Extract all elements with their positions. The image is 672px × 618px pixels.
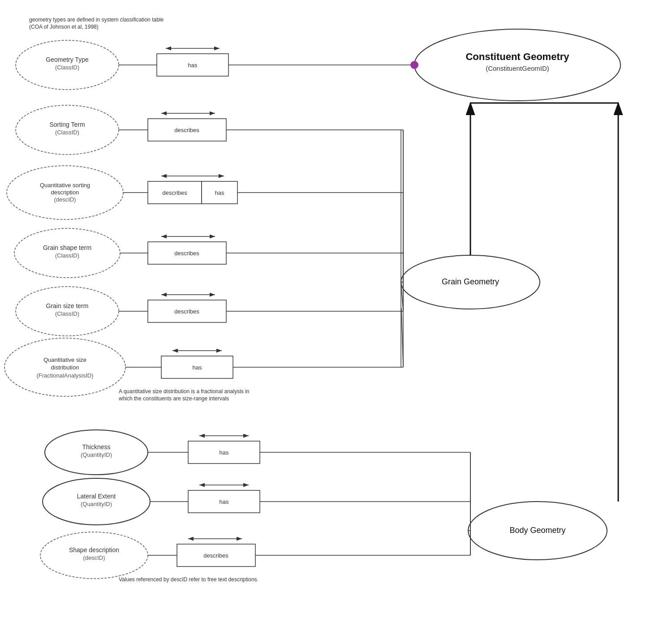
shape-note: Values referenced by descID refer to fre… [119,576,258,583]
quant-size-sublabel: (FractionalAnalysisID) [36,372,93,379]
top-note-line2: (COA of Johnson et al, 1998) [29,24,99,30]
qsd-note-1: A quantitative size distribution is a fr… [119,388,250,395]
body-geometry-label: Body Geometry [509,526,565,535]
sorting-term-sublabel: (ClassID) [55,129,79,136]
quant-size-label2: distribution [51,364,79,371]
describes-label-2: describes [162,189,187,196]
has-label-5: has [220,498,229,505]
shape-desc-sublabel: (descID) [83,554,105,561]
purple-dot [410,61,418,69]
shape-desc-label: Shape description [69,546,119,554]
qsd-note-2: which the constituents are size-range in… [118,395,229,402]
grain-shape-label: Grain shape term [43,244,91,251]
lateral-extent-label: Lateral Extent [77,493,116,500]
quant-size-label1: Quantitative size [43,356,86,363]
thickness-label: Thickness [82,443,110,451]
sorting-term-label: Sorting Term [49,121,85,128]
describes-label-4: describes [174,308,199,315]
quant-sorting-label: Quantitative sorting [40,182,90,189]
describes-label-1: describes [174,127,199,133]
grain-geometry-label: Grain Geometry [442,277,499,286]
quant-sorting-label2: description [51,189,79,196]
quant-sorting-sublabel: (descID) [54,196,76,203]
grain-shape-sublabel: (ClassID) [55,252,79,259]
has-label-1: has [188,62,198,69]
has-label-2: has [215,189,224,196]
grain-size-label: Grain size term [46,302,89,309]
constituent-geometry-label: Constituent Geometry [465,51,569,62]
geometry-type-label: Geometry Type [46,56,89,63]
has-label-3: has [193,364,202,371]
top-note-line1: geometry types are defined in system cla… [29,17,164,23]
describes-label-3: describes [174,250,199,257]
lateral-extent-sublabel: (QuantityID) [81,501,112,507]
geometry-type-sublabel: (ClassID) [55,64,79,71]
constituent-geometry-sublabel: (ConstituentGeomID) [486,64,549,72]
describes-label-5: describes [203,552,228,559]
thickness-sublabel: (QuantityID) [81,451,112,458]
has-label-4: has [220,449,229,456]
grain-size-sublabel: (ClassID) [55,310,79,317]
